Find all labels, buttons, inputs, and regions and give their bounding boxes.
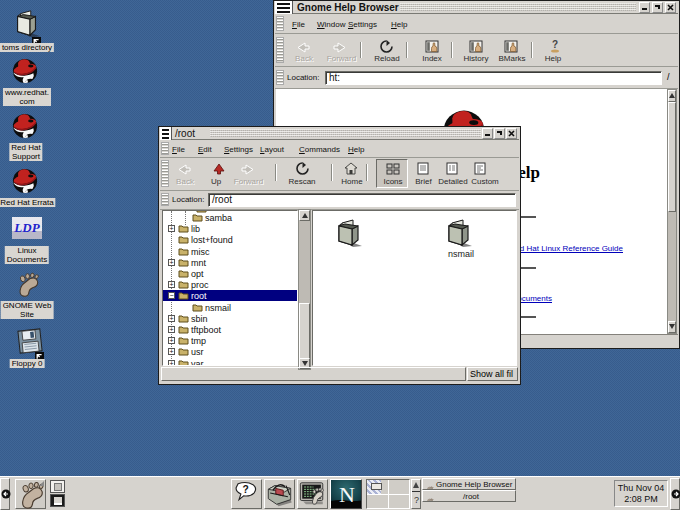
svg-text:N: N: [339, 482, 355, 507]
svg-text:?: ?: [552, 39, 558, 50]
svg-text:LDP: LDP: [13, 220, 40, 235]
svg-text:?: ?: [242, 484, 248, 495]
